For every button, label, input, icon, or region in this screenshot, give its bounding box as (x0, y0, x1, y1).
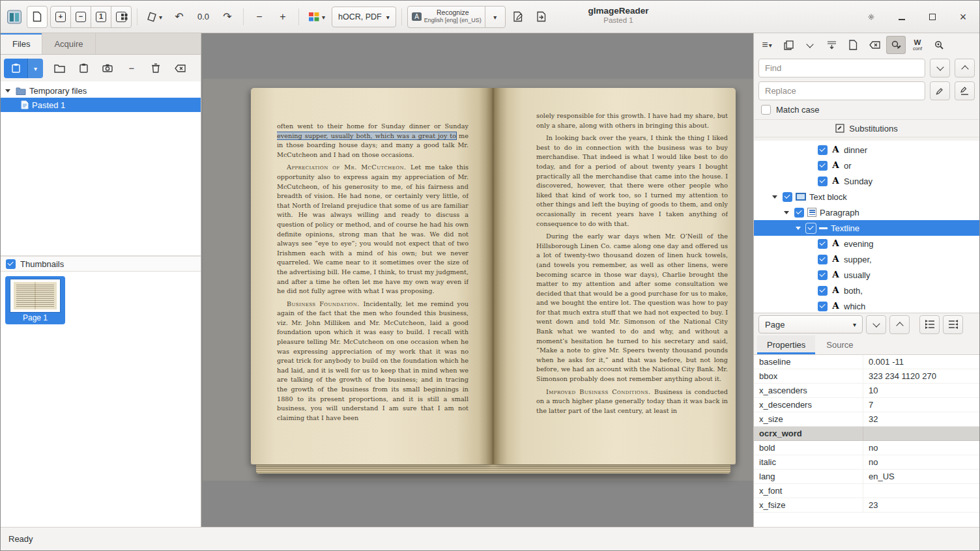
insert-text-button[interactable] (822, 36, 841, 54)
tab-properties[interactable]: Properties (757, 335, 815, 354)
remove-source-button[interactable]: − (121, 59, 143, 78)
ocr-tree-row[interactable]: Aor (754, 158, 979, 173)
expander-icon[interactable] (784, 211, 789, 214)
close-button[interactable]: × (956, 10, 970, 24)
prev-page-button[interactable] (889, 315, 910, 334)
insert-mode-button[interactable]: ≡ ▾ (757, 36, 777, 54)
item-checkbox[interactable] (818, 255, 828, 264)
expand-all-button[interactable] (919, 315, 940, 334)
clear-output-button[interactable] (865, 36, 884, 54)
collapse-all-button[interactable] (943, 315, 963, 334)
zoom-out-button[interactable]: − (70, 6, 91, 28)
minimize-button[interactable] (895, 10, 909, 24)
find-replace-toggle[interactable] (886, 36, 906, 54)
tab-source[interactable]: Source (816, 335, 863, 354)
recognize-button[interactable]: A Recognize English [eng] (en_US) (407, 6, 485, 28)
zoom-original-button[interactable]: 1 (91, 6, 111, 28)
ocr-tree-row[interactable]: Paragraph (754, 205, 979, 220)
item-checkbox[interactable] (818, 239, 828, 249)
tab-acquire[interactable]: Acquire (42, 33, 95, 54)
item-checkbox[interactable] (818, 177, 828, 186)
image-canvas[interactable]: often went to their home for Sunday dinn… (201, 33, 753, 527)
tree-file-row[interactable]: Pasted 1 (1, 98, 201, 112)
property-row[interactable]: italicno (754, 455, 979, 470)
item-checkbox[interactable] (783, 192, 792, 202)
delete-button[interactable] (145, 59, 167, 78)
angle-decrease-button[interactable]: − (249, 6, 270, 28)
zoom-in-button[interactable]: + (50, 6, 71, 28)
replace-button[interactable] (930, 81, 950, 100)
property-row[interactable]: langen_US (754, 470, 979, 484)
property-row[interactable]: baseline0.001 -11 (754, 355, 979, 369)
tree-folder-row[interactable]: Temporary files (1, 83, 201, 98)
next-page-button[interactable] (866, 315, 886, 334)
ocr-textline-highlight[interactable]: evening supper, usually both, which was … (277, 132, 456, 139)
find-next-button[interactable] (930, 59, 950, 78)
item-checkbox[interactable] (818, 270, 828, 280)
replace-input[interactable] (758, 81, 925, 100)
item-checkbox[interactable] (794, 208, 804, 218)
ocr-tree-row[interactable]: Textline (754, 220, 979, 236)
search-settings-button[interactable] (929, 36, 949, 54)
ocr-tree-row[interactable]: Aevening (754, 236, 979, 251)
match-case-checkbox[interactable] (761, 105, 771, 115)
item-checkbox[interactable] (818, 161, 828, 171)
ocr-tree-row[interactable]: Text block (754, 189, 979, 205)
save-options-dropdown[interactable] (800, 36, 820, 54)
property-row[interactable]: x_fsize23 (754, 498, 979, 513)
item-checkbox[interactable] (818, 286, 828, 296)
thumbnails-list[interactable]: Page 1 (1, 272, 201, 527)
settings-menu-button[interactable] (864, 10, 878, 24)
rotate-mode-button[interactable]: ▾ (143, 6, 166, 28)
screenshot-button[interactable] (96, 59, 119, 78)
recognize-options-dropdown[interactable]: ▾ (485, 6, 506, 28)
word-confidence-toggle[interactable]: Wconf (908, 36, 927, 54)
ocr-output-mode-combo[interactable]: hOCR, PDF ▾ (332, 7, 396, 27)
replace-all-button[interactable] (955, 81, 975, 100)
ocr-tree-row[interactable]: Asupper, (754, 251, 979, 267)
item-checkbox[interactable] (806, 223, 816, 233)
zoom-fit-button[interactable] (111, 6, 132, 28)
property-row[interactable]: x_size32 (754, 412, 979, 427)
rotate-right-button[interactable]: ↷ (217, 6, 238, 28)
substitutions-button[interactable]: Substitutions (755, 119, 979, 137)
add-images-dropdown[interactable]: ▾ (27, 59, 43, 78)
clear-sources-button[interactable] (169, 59, 191, 78)
find-input[interactable] (758, 59, 925, 78)
property-row[interactable]: x_descenders7 (754, 398, 979, 412)
paste-button[interactable] (72, 59, 94, 78)
property-row[interactable]: x_font (754, 484, 979, 498)
property-row[interactable]: x_ascenders10 (754, 384, 979, 398)
ocr-tree-row[interactable]: Aboth, (754, 283, 979, 298)
add-text-page-button[interactable] (843, 36, 863, 54)
ocr-tree-row[interactable]: ASunday (754, 173, 979, 189)
ocr-tree-row[interactable]: Adinner (754, 142, 979, 158)
item-checkbox[interactable] (818, 145, 828, 155)
add-images-button[interactable] (4, 59, 27, 78)
expander-icon[interactable] (796, 227, 801, 230)
find-prev-button[interactable] (955, 59, 975, 78)
maximize-button[interactable] (925, 10, 940, 24)
output-pane-toggle[interactable] (508, 6, 529, 28)
open-button[interactable] (48, 59, 70, 78)
sources-pane-toggle[interactable] (27, 6, 48, 28)
expander-icon[interactable] (772, 195, 777, 199)
property-row[interactable]: boldno (754, 441, 979, 455)
tab-files[interactable]: Files (1, 33, 42, 54)
thumbnail-page-1[interactable]: Page 1 (5, 276, 65, 324)
ocr-tree-row[interactable]: Awhich (754, 298, 979, 313)
item-checkbox[interactable] (818, 302, 828, 311)
thumbnails-checkbox[interactable] (6, 259, 16, 269)
save-output-button[interactable] (779, 36, 798, 54)
file-tree[interactable]: Temporary files Pasted 1 (1, 81, 201, 256)
property-row[interactable]: ocrx_word (754, 427, 979, 441)
angle-increase-button[interactable]: + (272, 6, 293, 28)
rotation-angle-spinbox[interactable]: 0.0 (192, 12, 214, 21)
expander-icon[interactable] (5, 89, 10, 92)
property-row[interactable]: bbox323 234 1120 270 (754, 369, 979, 384)
rotate-left-button[interactable]: ↶ (169, 6, 190, 28)
ocr-mode-button[interactable]: ▾ (304, 6, 329, 28)
ocr-tree-row[interactable]: Ausually (754, 267, 979, 283)
page-combo[interactable]: Page ▾ (758, 315, 863, 333)
ocr-result-tree[interactable]: AdinnerAorASundayText blockParagraphText… (754, 141, 979, 313)
